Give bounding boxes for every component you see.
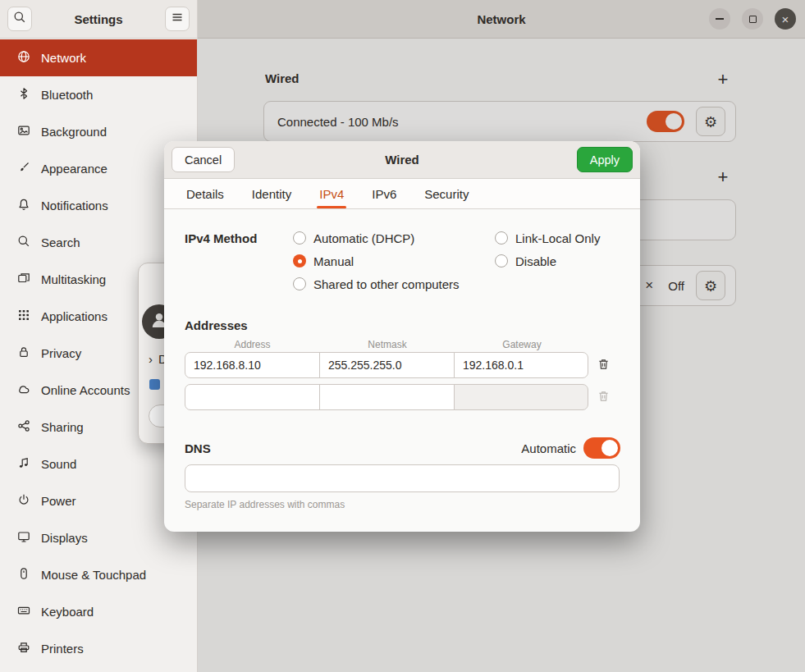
dns-title: DNS [185, 441, 211, 455]
bluetooth-icon [17, 87, 30, 103]
mouse-icon [17, 567, 30, 583]
gateway-input[interactable] [454, 352, 588, 378]
sidebar-item-label: Printers [41, 642, 84, 656]
cancel-button[interactable]: Cancel [172, 147, 235, 172]
tab-ipv6[interactable]: IPv6 [358, 179, 410, 208]
sidebar-item-label: Sharing [41, 420, 84, 434]
chevron-right-icon: › [149, 352, 153, 366]
radio-icon [293, 231, 306, 245]
radio-icon [293, 254, 306, 267]
netmask-input[interactable] [319, 384, 455, 410]
sidebar-item-label: Keyboard [41, 605, 94, 619]
radio-disable[interactable]: Disable [495, 252, 556, 270]
address-input[interactable] [185, 352, 320, 378]
account-badge-icon [149, 379, 160, 390]
sidebar-item-label: Multitasking [41, 272, 106, 286]
music-note-icon [17, 456, 30, 472]
sidebar-item-label: Privacy [41, 346, 81, 360]
dns-automatic-control: Automatic [521, 437, 620, 459]
sidebar-item-label: Power [41, 494, 76, 508]
windows-icon [17, 272, 30, 287]
netmask-input[interactable] [319, 352, 455, 378]
apply-button[interactable]: Apply [577, 147, 633, 172]
radio-link-local[interactable]: Link-Local Only [495, 229, 600, 247]
address-row [185, 352, 588, 378]
sidebar-item-label: Bluetooth [41, 88, 93, 102]
radio-manual[interactable]: Manual [293, 252, 354, 270]
dialog-tabs: Details Identity IPv4 IPv6 Security [164, 179, 640, 209]
dns-input[interactable] [185, 464, 620, 492]
sidebar-item-bluetooth[interactable]: Bluetooth [0, 76, 197, 113]
sidebar-headerbar: Settings [0, 0, 198, 39]
sidebar-item-label: Appearance [41, 162, 107, 176]
power-icon [17, 493, 30, 509]
dns-automatic-toggle[interactable] [583, 437, 620, 459]
sidebar-item-network[interactable]: Network [0, 39, 197, 76]
cloud-icon [17, 382, 30, 398]
dns-automatic-label: Automatic [521, 441, 576, 455]
addresses-title: Addresses [185, 318, 248, 332]
tab-details[interactable]: Details [172, 179, 238, 208]
sidebar-item-mouse-touchpad[interactable]: Mouse & Touchpad [0, 556, 197, 593]
sidebar-item-printers[interactable]: Printers [0, 630, 197, 667]
appearance-brush-icon [17, 161, 30, 176]
radio-icon [495, 231, 508, 245]
sidebar-item-label: Mouse & Touchpad [41, 568, 146, 582]
sidebar-item-label: Online Accounts [41, 383, 130, 397]
sidebar-item-label: Sound [41, 457, 76, 471]
sidebar-item-label: Displays [41, 531, 88, 545]
radio-shared[interactable]: Shared to other computers [293, 275, 460, 293]
printer-icon [17, 641, 30, 656]
sidebar-item-label: Background [41, 125, 107, 139]
gateway-input[interactable] [454, 384, 588, 410]
background-image-icon [17, 124, 30, 139]
grid-icon [17, 309, 30, 324]
dns-hint: Separate IP addresses with commas [185, 499, 345, 510]
tab-identity[interactable]: Identity [238, 179, 305, 208]
sidebar-item-label: Notifications [41, 199, 108, 213]
monitor-icon [17, 530, 30, 546]
bell-icon [17, 198, 30, 213]
radio-label: Shared to other computers [313, 277, 460, 291]
sidebar-item-label: Applications [41, 309, 107, 323]
magnifier-icon [17, 235, 30, 250]
tab-security[interactable]: Security [410, 179, 483, 208]
delete-address-button-disabled [592, 386, 615, 409]
sidebar-item-label: Network [41, 51, 86, 65]
keyboard-icon [17, 604, 30, 619]
radio-label: Link-Local Only [515, 231, 600, 245]
tab-ipv4[interactable]: IPv4 [305, 179, 358, 208]
hamburger-icon [171, 11, 184, 27]
network-globe-icon [17, 50, 30, 66]
sidebar-item-keyboard[interactable]: Keyboard [0, 593, 197, 630]
delete-address-button[interactable] [592, 354, 615, 377]
wired-dialog: Wired Cancel Apply Details Identity IPv4… [164, 141, 640, 532]
ipv4-panel: IPv4 Method Automatic (DHCP) Manual Shar… [164, 209, 640, 531]
gateway-column-header: Gateway [455, 339, 589, 350]
address-column-header: Address [185, 339, 320, 350]
radio-icon [293, 277, 306, 290]
trash-icon [597, 358, 610, 373]
menu-button[interactable] [165, 7, 190, 31]
lock-icon [17, 345, 30, 361]
ipv4-method-label: IPv4 Method [185, 231, 257, 245]
address-row [185, 384, 588, 410]
radio-label: Disable [515, 254, 556, 268]
dialog-title: Wired [164, 153, 640, 167]
magnifier-icon [13, 11, 26, 27]
radio-label: Manual [313, 254, 354, 268]
radio-label: Automatic (DHCP) [313, 231, 414, 245]
radio-icon [495, 254, 508, 267]
share-nodes-icon [17, 419, 30, 435]
settings-title: Settings [32, 12, 165, 26]
radio-automatic-dhcp[interactable]: Automatic (DHCP) [293, 229, 414, 247]
address-input[interactable] [185, 384, 320, 410]
sidebar-item-label: Search [41, 235, 80, 249]
trash-icon [597, 390, 610, 405]
netmask-column-header: Netmask [320, 339, 455, 350]
dialog-headerbar: Wired Cancel Apply [164, 141, 640, 179]
settings-window: Settings Network × Network Bluetooth Bac… [0, 0, 805, 672]
search-button[interactable] [7, 7, 32, 31]
